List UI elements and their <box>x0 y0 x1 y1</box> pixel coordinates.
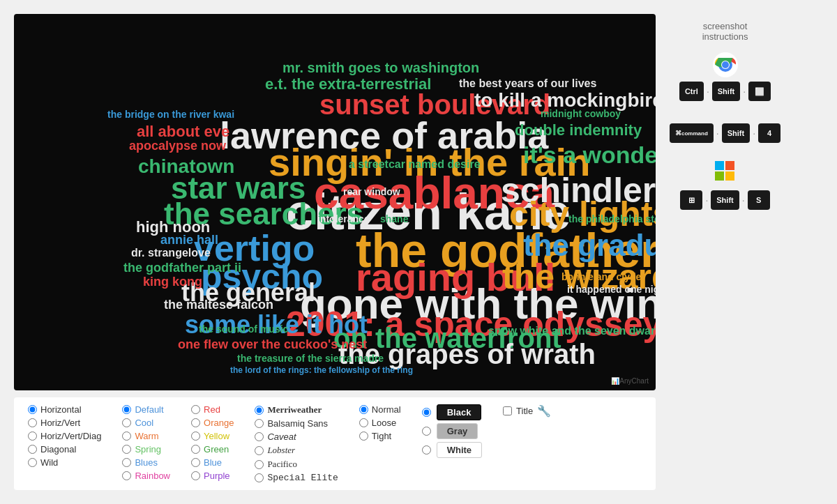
word-a-streetcar-named-desire: a streetcar named desire <box>349 159 481 170</box>
windows-icon <box>715 161 736 186</box>
spacing-normal[interactable]: Normal <box>359 404 401 415</box>
chrome-icon <box>713 52 738 77</box>
word-star-wars: star wars <box>171 173 306 204</box>
shift-key: Shift <box>712 82 740 101</box>
colorset-spring[interactable]: Spring <box>122 444 170 455</box>
word-its-a-wonderful-life: it's a wonderful life <box>523 143 656 167</box>
word-annie-hall: annie hall <box>160 234 218 246</box>
mac-shortcut: ⌘command · Shift · 4 <box>670 123 781 143</box>
word-snow-white-and-the-seven-dwarfs: snow white and the seven dwarfs <box>488 326 656 337</box>
color-orange[interactable]: Orange <box>191 418 234 428</box>
font-balsamiq[interactable]: Balsamiq Sans <box>255 418 338 429</box>
word-midnight-cowboy: midnight cowboy <box>541 109 621 119</box>
bg-white-radio[interactable] <box>422 445 431 455</box>
spacing-group: Normal Loose Tight <box>359 404 401 441</box>
word-the-treasure-of-the-sierra-madre: the treasure of the sierra madre <box>237 353 384 363</box>
layout-diagonal[interactable]: Diagonal <box>28 444 101 455</box>
font-lobster[interactable]: Lobster <box>255 445 338 456</box>
word-one-flew-over-the-cuckoos-nest: one flew over the cuckoo's nest <box>178 338 367 351</box>
word-to-kill-a-mockingbird: to kill a mockingbird <box>474 91 656 110</box>
word-double-indemnity: double indemnity <box>515 123 642 138</box>
colorset-group: Default Cool Warm Spring Blues Rainbow <box>122 404 170 481</box>
word-et-the-extra-terrestrial: e.t. the extra-terrestrial <box>265 77 431 92</box>
spacing-loose[interactable]: Loose <box>359 418 401 428</box>
shift-key-mac: Shift <box>722 123 750 143</box>
spacing-tight[interactable]: Tight <box>359 431 401 441</box>
font-caveat[interactable]: Caveat <box>255 432 338 442</box>
cmd-key: ⌘command <box>670 123 714 143</box>
svg-rect-7 <box>725 171 734 181</box>
color-purple[interactable]: Purple <box>191 471 234 481</box>
shift-key-win: Shift <box>711 190 739 210</box>
layout-group: Horizontal Horiz/Vert Horiz/Vert/Diag Di… <box>28 404 101 468</box>
s-key: S <box>748 190 770 210</box>
svg-point-3 <box>722 61 729 68</box>
bg-gray-button[interactable]: Gray <box>437 423 478 439</box>
font-special[interactable]: Special Elite <box>255 473 338 483</box>
word-rear-window: rear window <box>343 187 400 197</box>
layout-wild[interactable]: Wild <box>28 457 101 468</box>
square-key: ⬜ <box>748 82 771 101</box>
color-red[interactable]: Red <box>191 404 234 415</box>
word-the-lord-of-the-rings-the-fellowship-of-the-ring: the lord of the rings: the fellowship of… <box>230 366 413 374</box>
title-label: Title <box>516 406 533 416</box>
title-wrench-group: Title 🔧 <box>503 404 551 418</box>
screenshot-section: screenshotinstructions Ctrl <box>670 21 781 218</box>
svg-rect-4 <box>715 161 724 170</box>
screenshot-title: screenshotinstructions <box>670 21 781 42</box>
word-chinatown: chinatown <box>138 157 234 176</box>
word-all-about-eve: all about eve <box>137 124 229 139</box>
colorset-blues[interactable]: Blues <box>122 457 170 468</box>
four-key: 4 <box>758 123 781 143</box>
word-lawrence-of-arabia: lawrence of arabia <box>220 116 548 154</box>
word-the-bridge-on-the-river-kwai: the bridge on the river kwai <box>107 109 234 119</box>
word-the-philadelphia-story: the philadelphia story <box>568 214 656 224</box>
bg-black-button[interactable]: Black <box>437 404 482 420</box>
bg-black-radio[interactable] <box>422 408 431 417</box>
word-mr-smith-goes-to-washington: mr. smith goes to washington <box>282 61 479 75</box>
colorset-default[interactable]: Default <box>122 404 170 415</box>
word-cloud: citizen kanethe godfathergone with the w… <box>14 14 656 390</box>
layout-horizvert[interactable]: Horiz/Vert <box>28 418 101 428</box>
word-bonnie-and-clyde: bonnie and clyde <box>561 272 641 282</box>
color-yellow[interactable]: Yellow <box>191 431 234 441</box>
word-shane: shane <box>380 214 408 224</box>
word-it-happened-one-night: it happened one night <box>567 284 656 294</box>
layout-horizvertdiag[interactable]: Horiz/Vert/Diag <box>28 431 101 441</box>
font-merriweather[interactable]: Merriweather <box>255 404 338 415</box>
win-key: ⊞ <box>680 190 702 210</box>
word-intolerance: intolerance <box>317 214 370 224</box>
bg-group: Black Gray White <box>422 404 482 458</box>
color-group: Red Orange Yellow Green Blue Purple <box>191 404 234 481</box>
font-pacifico[interactable]: Pacifico <box>255 459 338 470</box>
word-the-maltese-falcon: the maltese falcon <box>164 298 273 311</box>
bg-buttons: Black Gray White <box>422 404 482 458</box>
font-group: Merriweather Balsamiq Sans Caveat Lobste… <box>255 404 338 483</box>
color-blue[interactable]: Blue <box>191 457 234 468</box>
ctrl-key: Ctrl <box>679 82 704 101</box>
title-checkbox[interactable] <box>503 406 512 415</box>
word-the-graduate: the graduate <box>523 230 656 261</box>
screenshot-instructions: screenshotinstructions Ctrl <box>670 14 781 218</box>
word-dr-strangelove: dr. strangelove <box>131 247 211 259</box>
layout-horizontal[interactable]: Horizontal <box>28 404 101 415</box>
bg-white-button[interactable]: White <box>437 442 482 458</box>
colorset-rainbow[interactable]: Rainbow <box>122 471 170 481</box>
word-the-best-years-of-our-lives: the best years of our lives <box>459 78 596 89</box>
svg-rect-5 <box>725 161 734 170</box>
win-shortcut: ⊞ · Shift · S <box>680 190 769 210</box>
word-king-kong: king kong <box>143 275 202 288</box>
svg-rect-6 <box>715 171 724 181</box>
colorset-warm[interactable]: Warm <box>122 431 170 441</box>
wrench-icon[interactable]: 🔧 <box>537 404 551 418</box>
word-the-sound-of-music: the sound of music <box>199 324 288 334</box>
color-green[interactable]: Green <box>191 444 234 455</box>
word-apocalypse-now: apocalypse now <box>129 139 226 152</box>
chrome-shortcut: Ctrl · Shift · ⬜ <box>679 82 771 101</box>
bg-gray-radio[interactable] <box>422 427 431 436</box>
anychart-label: 📊AnyChart <box>611 377 649 385</box>
word-the-godfather-part-ii: the godfather part ii <box>123 261 241 274</box>
controls-panel: Horizontal Horiz/Vert Horiz/Vert/Diag Di… <box>14 397 656 490</box>
colorset-cool[interactable]: Cool <box>122 418 170 428</box>
